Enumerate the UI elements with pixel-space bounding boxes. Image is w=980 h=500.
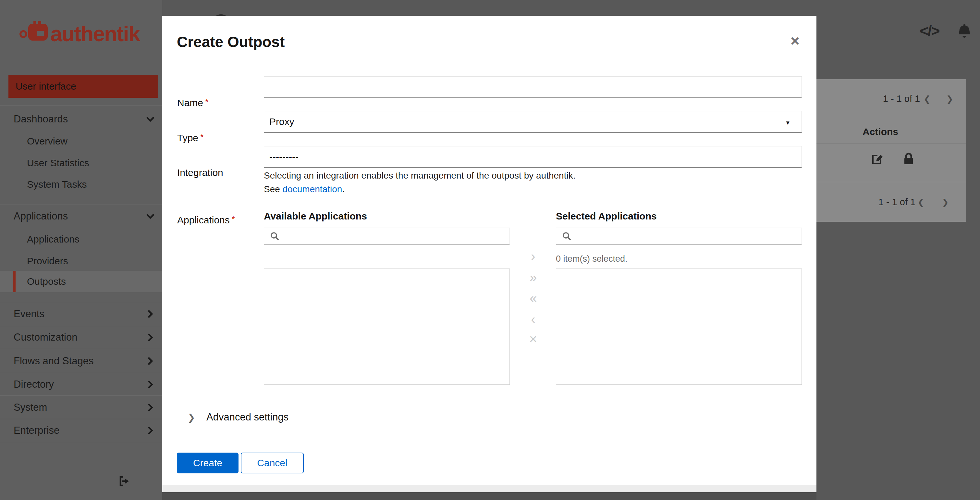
- chevron-down-icon: [145, 211, 155, 221]
- expand-chevron-icon[interactable]: ❯: [188, 412, 195, 423]
- sidebar-item-applications[interactable]: Applications: [0, 229, 162, 250]
- integration-select[interactable]: ---------: [264, 146, 802, 168]
- pagination-top-prev-icon[interactable]: ❮: [924, 94, 931, 104]
- search-icon: [562, 231, 572, 241]
- authentik-logo: authentik: [18, 18, 151, 47]
- label-text: Applications: [177, 215, 230, 225]
- transfer-remove-icon[interactable]: ‹: [522, 312, 544, 326]
- create-button[interactable]: Create: [177, 452, 239, 473]
- available-applications-list[interactable]: [264, 269, 510, 385]
- chevron-right-icon: [145, 379, 155, 389]
- sidebar-item-user-statistics[interactable]: User Statistics: [0, 153, 162, 174]
- sidebar-item-label: User interface: [16, 81, 76, 92]
- divider: [0, 442, 162, 442]
- page-bottom-band: [162, 492, 816, 500]
- available-search-input[interactable]: [264, 228, 510, 245]
- sidebar-item-label: Applications: [27, 234, 80, 245]
- sidebar-item-label: Overview: [27, 136, 67, 147]
- name-field-label: Name*: [177, 97, 208, 108]
- table-divider: [816, 182, 966, 182]
- selected-applications-header: Selected Applications: [556, 211, 657, 222]
- pagination-bottom-label: 1 - 1 of 1: [869, 197, 926, 207]
- required-asterisk: *: [230, 214, 235, 224]
- select-caret-icon: ▼: [785, 120, 791, 126]
- integration-doc-line: See documentation.: [264, 184, 345, 194]
- divider: [0, 105, 162, 105]
- cancel-button[interactable]: Cancel: [241, 452, 304, 473]
- edit-icon[interactable]: [871, 152, 884, 165]
- search-icon: [270, 231, 280, 241]
- integration-selected-value: ---------: [269, 151, 299, 162]
- pagination-bottom-prev-icon[interactable]: ❮: [917, 197, 924, 207]
- pagination-bottom-next-icon[interactable]: ❯: [942, 197, 949, 207]
- transfer-clear-icon[interactable]: ✕: [522, 333, 544, 346]
- sidebar-item-user-interface[interactable]: User interface: [8, 75, 158, 98]
- sidebar-item-applications-section[interactable]: Applications: [0, 206, 162, 227]
- pagination-top-label: 1 - 1 of 1: [873, 94, 930, 104]
- available-applications-header: Available Applications: [264, 211, 367, 222]
- api-code-icon[interactable]: </>: [920, 22, 939, 40]
- sidebar-item-customization[interactable]: Customization: [0, 327, 162, 348]
- chevron-right-icon: [145, 333, 155, 342]
- sidebar-item-label: Providers: [27, 256, 68, 267]
- divider: [0, 326, 162, 326]
- sidebar-item-label: Customization: [14, 331, 77, 343]
- sidebar-item-directory[interactable]: Directory: [0, 374, 162, 395]
- sidebar-item-dashboards[interactable]: Dashboards: [0, 109, 162, 129]
- sidebar-item-label: System Tasks: [27, 179, 87, 190]
- selected-applications-list[interactable]: [556, 269, 802, 385]
- help-see-text: See: [264, 184, 283, 194]
- screen: </> 1 - 1 of 1 ❮ ❯ Actions 1 - 1 of 1 ❮ …: [0, 0, 980, 500]
- sidebar-item-label: Events: [14, 308, 45, 320]
- name-input[interactable]: [264, 76, 802, 98]
- pagination-top-next-icon[interactable]: ❯: [946, 94, 953, 104]
- divider: [0, 349, 162, 349]
- type-select[interactable]: Proxy ▼: [264, 111, 802, 133]
- logout-icon[interactable]: [118, 475, 131, 488]
- sidebar-item-label: Flows and Stages: [14, 355, 94, 367]
- chevron-down-icon: [145, 114, 155, 124]
- selected-count-status: 0 item(s) selected.: [556, 254, 628, 264]
- help-period: .: [342, 184, 345, 194]
- advanced-settings-toggle[interactable]: Advanced settings: [206, 411, 288, 423]
- sidebar-item-label: Enterprise: [14, 425, 59, 436]
- chevron-right-icon: [145, 426, 155, 435]
- sidebar-item-label: User Statistics: [27, 158, 89, 169]
- sidebar-item-system[interactable]: System: [0, 397, 162, 418]
- selected-search-input[interactable]: [556, 228, 802, 245]
- divider: [0, 419, 162, 419]
- transfer-add-icon[interactable]: ›: [522, 249, 544, 264]
- required-asterisk: *: [198, 132, 204, 142]
- sidebar-item-enterprise[interactable]: Enterprise: [0, 420, 162, 441]
- modal-title: Create Outpost: [177, 33, 285, 51]
- required-asterisk: *: [203, 97, 208, 107]
- lock-icon[interactable]: [903, 153, 915, 165]
- sidebar-item-label: Applications: [14, 210, 68, 222]
- sidebar-item-providers[interactable]: Providers: [0, 251, 162, 271]
- sidebar-item-flows-and-stages[interactable]: Flows and Stages: [0, 351, 162, 371]
- divider: [0, 395, 162, 396]
- close-icon[interactable]: ✕: [784, 32, 807, 51]
- notifications-bell-icon[interactable]: [957, 23, 972, 40]
- svg-text:authentik: authentik: [50, 22, 140, 46]
- sidebar-item-label: Directory: [14, 379, 54, 390]
- sidebar-item-system-tasks[interactable]: System Tasks: [0, 174, 162, 195]
- sidebar-item-outposts[interactable]: Outposts: [0, 271, 162, 292]
- table-divider: [816, 143, 966, 143]
- sidebar-item-label: System: [14, 401, 47, 413]
- sidebar: authentik User interface Dashboards Over…: [0, 0, 162, 500]
- type-field-label: Type*: [177, 132, 204, 143]
- sidebar-item-events[interactable]: Events: [0, 304, 162, 324]
- type-selected-value: Proxy: [269, 116, 294, 127]
- label-text: Name: [177, 97, 203, 108]
- documentation-link[interactable]: documentation: [283, 184, 342, 194]
- integration-field-label: Integration: [177, 167, 223, 178]
- transfer-add-all-icon[interactable]: »: [522, 270, 544, 285]
- modal-bottom-strip: [162, 485, 816, 492]
- sidebar-item-overview[interactable]: Overview: [0, 131, 162, 151]
- sidebar-item-label: Outposts: [27, 276, 66, 287]
- label-text: Type: [177, 132, 198, 143]
- transfer-remove-all-icon[interactable]: «: [522, 291, 544, 306]
- chevron-right-icon: [145, 356, 155, 366]
- applications-field-label: Applications*: [177, 214, 235, 226]
